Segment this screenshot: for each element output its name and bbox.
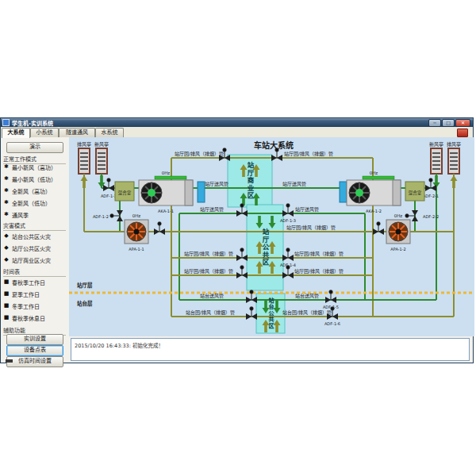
sidebar-item-ventilation-season[interactable]: ✱通风季 [3, 209, 67, 220]
tab-strip: 大系统 小系统 隧道通风 水系统 [1, 127, 473, 138]
fire-icon: ◆ [3, 233, 10, 239]
exhaust-fan-left[interactable]: 0Hz APA-1-1 [125, 213, 148, 251]
fan-label: APA-1-1 [129, 247, 144, 251]
silencer [198, 182, 205, 202]
silencer [340, 182, 347, 202]
freq-readout: 0Hz [394, 213, 403, 218]
damper-label: ADF-1-2 [93, 214, 109, 219]
platform-floor-label: 站台层 [77, 300, 93, 307]
pavilion-label: 排风亭 [77, 141, 91, 148]
main-area: 车站大系统 排风亭 新风亭 新风亭 排风亭 [69, 137, 473, 363]
duct-label: 站厅回/排风（排烟）管 [284, 151, 333, 157]
duct-label: 站厅送风管 [295, 206, 319, 213]
event-log-panel: 2015/10/20 16:43:33: 初始化完成！ [71, 338, 470, 361]
window-title: 学生机-实训系统 [12, 119, 53, 127]
log-entry: 2015/10/20 16:43:33: 初始化完成！ [71, 339, 469, 349]
clipped-item-icon [6, 359, 13, 363]
system-diagram: 车站大系统 排风亭 新风亭 新风亭 排风亭 [69, 137, 474, 336]
tab-tunnel-ventilation[interactable]: 隧道通风 [59, 128, 95, 137]
fire-icon: ◆ [3, 245, 10, 251]
zone-platform-public-label: 站台公共区 [257, 294, 284, 332]
sidebar-item-hall-public-fire[interactable]: ◆站厅公共区火灾 [3, 243, 67, 253]
fire-icon: ◆ [3, 257, 10, 263]
svg-text:混合室: 混合室 [409, 190, 422, 196]
stop-button[interactable] [457, 129, 468, 137]
damper-label: ADF-2-1 [423, 194, 439, 198]
tab-large-system[interactable]: 大系统 [2, 128, 30, 138]
duct-label: 站厅回/排风（排烟）管 [294, 268, 344, 274]
duct-label: 站厅送风管 [205, 181, 228, 187]
sidebar-item-platform-fire[interactable]: ◆站台公共区火灾 [3, 231, 67, 241]
group-schedule: 时间表 [3, 267, 66, 277]
duct-label: 站台回/排风（排烟）管 [186, 309, 235, 316]
device-point-table-button[interactable]: 设备点表 [6, 345, 63, 356]
duct-label: 站厅回/排风（排烟）管 [184, 251, 233, 257]
mixing-box-left[interactable]: 混合室 [115, 182, 134, 201]
pavilion-label: 新风亭 [94, 141, 109, 148]
tab-water-system[interactable]: 水系统 [95, 128, 124, 137]
zone-hall-public-label: 站厅公共区 [248, 206, 282, 289]
clock-icon: ■ [3, 315, 10, 321]
tab-small-system[interactable]: 小系统 [30, 128, 59, 137]
duct-label: 站厅回/排风（排烟）管 [286, 225, 336, 231]
maximize-button[interactable]: □ [442, 119, 455, 127]
diagram-title: 车站大系统 [254, 140, 294, 150]
fan-icon: ✱ [3, 188, 10, 194]
sidebar-item-full-fresh-high[interactable]: ✱全新风（高功） [3, 186, 67, 196]
fan-icon: ✱ [3, 200, 10, 205]
sidebar-item-min-fresh-low[interactable]: ✱最小新风（低功） [3, 174, 67, 184]
damper-label: ADF-1-5 [323, 305, 339, 309]
sidebar-item-full-fresh-low[interactable]: ✱全新风（低功） [3, 198, 67, 208]
clock-icon: ■ [3, 303, 10, 309]
app-window: 学生机-实训系统 ─ □ ✕ 大系统 小系统 隧道通风 水系统 演示 正常工作模… [0, 117, 474, 363]
sidebar-item-min-fresh-high[interactable]: ✱最小新风（高功） [3, 162, 67, 172]
fresh-air-tower [431, 148, 442, 174]
sidebar-item-summer-workday[interactable]: ■夏季工作日 [3, 289, 67, 299]
sidebar-item-spring-autumn-workday[interactable]: ■春秋季工作日 [3, 277, 67, 287]
ahu-label: AKA-1-1 [158, 209, 174, 213]
sidebar-item-spring-autumn-restday[interactable]: ■春秋季休息日 [3, 313, 67, 323]
exhaust-fan-right[interactable]: 0Hz APA-1-2 [386, 213, 410, 251]
exhaust-tower [79, 148, 90, 174]
freq-readout: 0Hz [162, 171, 171, 175]
title-bar: 学生机-实训系统 ─ □ ✕ [1, 118, 473, 127]
clock-icon: ■ [3, 279, 10, 285]
training-settings-button[interactable]: 实训设置 [6, 334, 63, 345]
close-button[interactable]: ✕ [455, 119, 470, 127]
sidebar-item-winter-workday[interactable]: ■冬季工作日 [3, 301, 67, 311]
duct-label: 站厅送风管 [282, 181, 306, 187]
demo-button[interactable]: 演示 [6, 142, 63, 153]
fan-icon: ✱ [3, 212, 10, 217]
svg-text:混合室: 混合室 [118, 190, 132, 196]
simulation-time-button[interactable]: 仿真时间设置 [6, 356, 63, 367]
pavilion-label: 新风亭 [429, 141, 443, 148]
zone-hall-commercial-label: 站厅商业区 [228, 156, 271, 205]
freq-readout: 0Hz [132, 213, 141, 218]
duct-label: 站厅回/排风（排烟）管 [175, 151, 224, 157]
exhaust-up-arrow [451, 175, 458, 188]
fresh-air-tower [96, 148, 107, 174]
ahu-fan-left[interactable]: 0Hz AKA-1-1 [139, 171, 193, 213]
duct-label: 站台送风管 [295, 293, 319, 299]
duct-label: 站台送风管 [200, 293, 224, 299]
duct-label: 站厅回/排风（排烟）管 [184, 268, 233, 274]
clock-icon: ■ [3, 291, 10, 297]
mixing-box-right[interactable]: 混合室 [405, 182, 424, 201]
damper-label: ADF-1-6 [324, 321, 340, 326]
exhaust-tower [448, 148, 459, 174]
fan-icon: ✱ [3, 164, 10, 170]
sidebar-item-hall-commercial-fire[interactable]: ◆站厅商业区火灾 [3, 255, 67, 265]
duct-label: 站厅回/排风（排烟）管 [294, 251, 344, 257]
damper-label: ADF-1-1 [101, 194, 117, 198]
minimize-button[interactable]: ─ [428, 119, 441, 127]
sidebar: 演示 正常工作模式 ✱最小新风（高功） ✱最小新风（低功） ✱全新风（高功） ✱… [1, 137, 70, 363]
exhaust-up-arrow [81, 175, 88, 188]
damper-label: ADF-2-2 [423, 214, 439, 219]
fan-icon: ✱ [3, 176, 10, 182]
fan-label: APA-1-2 [390, 247, 405, 251]
freq-readout: 0Hz [370, 171, 378, 175]
app-icon [2, 119, 10, 126]
hall-floor-label: 站厅层 [77, 282, 93, 289]
duct-label: 站台回/排风（排烟）管 [282, 309, 332, 316]
ahu-label: AKA-1-2 [366, 209, 382, 213]
